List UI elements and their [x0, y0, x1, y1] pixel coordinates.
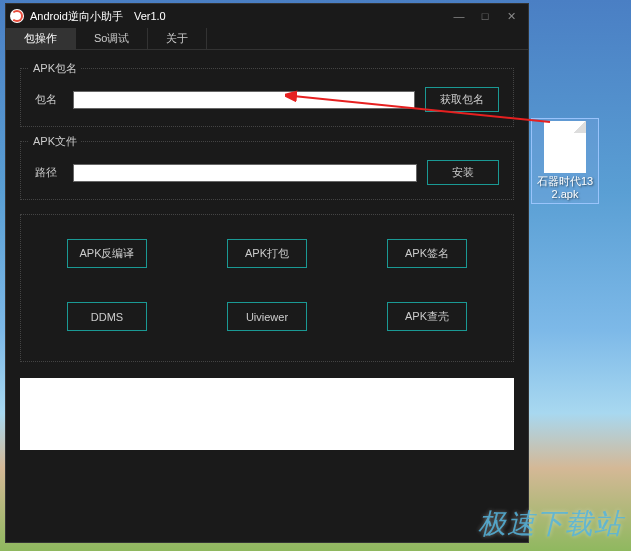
uiviewer-button[interactable]: Uiviewer — [227, 302, 307, 331]
path-input[interactable] — [73, 164, 417, 182]
package-name-label: 包名 — [35, 92, 63, 107]
action-section: APK反编译 APK打包 APK签名 DDMS Uiviewer APK查壳 — [20, 214, 514, 362]
titlebar: Android逆向小助手 Ver1.0 — □ ✕ — [6, 4, 528, 28]
package-name-input[interactable] — [73, 91, 415, 109]
tab-about[interactable]: 关于 — [148, 28, 207, 49]
apk-package-legend: APK包名 — [29, 61, 81, 76]
window-title: Android逆向小助手 Ver1.0 — [30, 9, 166, 24]
sign-button[interactable]: APK签名 — [387, 239, 467, 268]
ddms-button[interactable]: DDMS — [67, 302, 147, 331]
close-button[interactable]: ✕ — [498, 7, 524, 25]
tab-so-debug[interactable]: So调试 — [76, 28, 148, 49]
desktop-file-icon[interactable]: 石器时代132.apk — [531, 118, 599, 204]
apk-package-section: APK包名 包名 获取包名 — [20, 68, 514, 127]
path-label: 路径 — [35, 165, 63, 180]
maximize-button[interactable]: □ — [472, 7, 498, 25]
watermark: 极速下载站 — [478, 505, 623, 543]
check-shell-button[interactable]: APK查壳 — [387, 302, 467, 331]
get-package-button[interactable]: 获取包名 — [425, 87, 499, 112]
tab-package[interactable]: 包操作 — [6, 28, 76, 49]
minimize-button[interactable]: — — [446, 7, 472, 25]
app-window: Android逆向小助手 Ver1.0 — □ ✕ 包操作 So调试 关于 AP… — [5, 3, 529, 543]
apk-file-section: APK文件 路径 安装 — [20, 141, 514, 200]
file-icon — [544, 121, 586, 173]
app-icon — [10, 9, 24, 23]
desktop-file-label: 石器时代132.apk — [534, 175, 596, 201]
tab-content: APK包名 包名 获取包名 APK文件 路径 安装 APK反编译 APK打包 A… — [6, 50, 528, 460]
pack-button[interactable]: APK打包 — [227, 239, 307, 268]
output-area — [20, 378, 514, 450]
apk-file-legend: APK文件 — [29, 134, 81, 149]
install-button[interactable]: 安装 — [427, 160, 499, 185]
decompile-button[interactable]: APK反编译 — [67, 239, 147, 268]
tab-bar: 包操作 So调试 关于 — [6, 28, 528, 50]
